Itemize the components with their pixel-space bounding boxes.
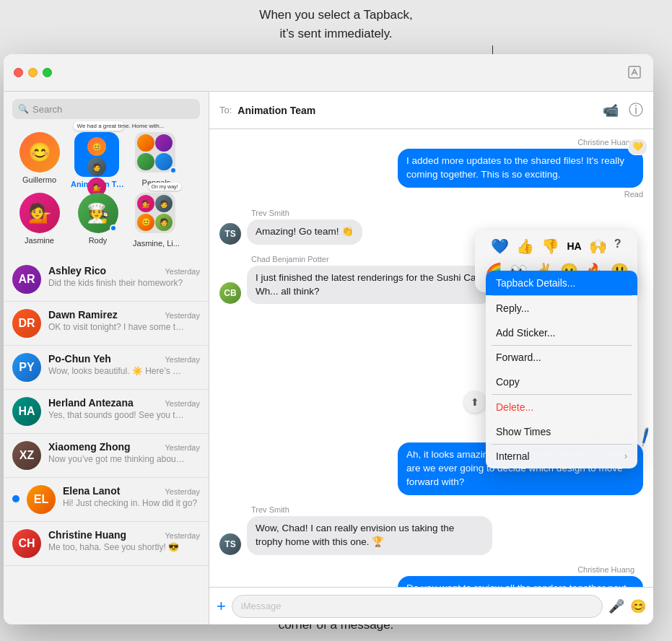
ctx-copy[interactable]: Copy (486, 370, 637, 394)
search-bar[interactable]: 🔍 Search (12, 99, 200, 119)
context-menu: Tapback Details... Reply... Add Sticker.… (486, 271, 637, 468)
add-button[interactable]: + (217, 597, 226, 616)
ctx-add-sticker[interactable]: Add Sticker... (486, 320, 637, 345)
avatar-wrap-jasmine-group: 💁 🧑 😊 🧑 On my way! (135, 193, 178, 236)
avatar-wrap-animation-team: 😊 🧑 💁 🧑 We had a great time. Home with..… (74, 132, 122, 177)
avatar-jasmine: 💁 (19, 193, 60, 233)
conv-header-xiaomeng: Xiaomeng Zhong Yesterday (48, 441, 200, 453)
conv-item-christine[interactable]: CH Christine Huang Yesterday Me too, hah… (4, 522, 209, 566)
avatar-xiaomeng: XZ (12, 441, 41, 470)
conv-time-christine: Yesterday (165, 531, 200, 540)
sender-name-christine-3: Christine Huang (219, 565, 643, 574)
ctx-tapback-details[interactable]: Tapback Details... (486, 271, 637, 295)
ctx-delete-label: Delete... (496, 401, 533, 413)
msg-row-trev-2: TS Wow, Chad! I can really envision us t… (219, 516, 643, 555)
conv-header-dawn: Dawn Ramirez Yesterday (48, 309, 200, 320)
pinned-item-rody[interactable]: 🧑‍🍳 Rody (71, 193, 125, 248)
pinned-row-2: 💁 Jasmine 🧑‍🍳 Rody (12, 193, 200, 248)
conversation-list: AR Ashley Rico Yesterday Did the kids fi… (4, 258, 209, 566)
audio-icon[interactable]: 🎤 (608, 598, 624, 614)
share-button[interactable]: ⬆ (464, 391, 486, 413)
conv-content-xiaomeng: Xiaomeng Zhong Yesterday Now you’ve got … (48, 441, 200, 464)
info-icon[interactable]: ⓘ (629, 100, 643, 120)
conv-item-xiaomeng[interactable]: XZ Xiaomeng Zhong Yesterday Now you’ve g… (4, 434, 209, 478)
conv-item-dawn[interactable]: DR Dawn Ramirez Yesterday OK to visit to… (4, 302, 209, 346)
msg-group-christine-3: Christine Huang Do you want to review al… (219, 565, 643, 587)
unread-dot-penpals (170, 167, 177, 174)
ctx-tapback-details-label: Tapback Details... (496, 277, 576, 289)
ctx-show-times[interactable]: Show Times (486, 419, 637, 444)
avatar-animation-team: 😊 🧑 💁 🧑 We had a great time. Home with..… (74, 132, 119, 177)
conv-name-xiaomeng: Xiaomeng Zhong (48, 441, 131, 453)
msg-bubble-trev-2: Wow, Chad! I can really envision us taki… (247, 516, 492, 555)
close-button[interactable] (14, 68, 23, 77)
ctx-show-times-label: Show Times (496, 426, 551, 437)
on-my-way-bubble: On my way! (149, 183, 181, 191)
conv-header-pochun: Po-Chun Yeh Yesterday (48, 353, 200, 365)
conv-item-herland[interactable]: HA Herland Antezana Yesterday Yes, that … (4, 390, 209, 434)
maximize-button[interactable] (43, 68, 52, 77)
conv-preview-christine: Me too, haha. See you shortly! 😎 (48, 542, 186, 552)
read-label: Read (219, 190, 643, 199)
tapback-emojis-row1: 💙 👍 👎 HA 🙌 ? (482, 236, 630, 256)
msg-bubble-christine-1: I added more updates to the shared files… (398, 149, 643, 188)
conv-name-ashley: Ashley Rico (48, 265, 106, 276)
annotation-top-line2: it’s sent immediately. (279, 27, 392, 40)
conv-time-elena: Yesterday (165, 487, 200, 496)
pinned-item-animation-team[interactable]: 😊 🧑 💁 🧑 We had a great time. Home with..… (71, 132, 125, 188)
conv-time-ashley: Yesterday (165, 267, 200, 276)
conv-content-christine: Christine Huang Yesterday Me too, haha. … (48, 529, 200, 552)
pinned-item-guillermo[interactable]: 😊 Guillermo (12, 132, 66, 188)
annotation-top: When you select a Tapback, it’s sent imm… (0, 0, 672, 43)
tapback-thumbs-up[interactable]: 👍 (515, 236, 536, 256)
minimize-button[interactable] (28, 68, 38, 77)
pinned-item-jasmine-group[interactable]: 💁 🧑 😊 🧑 On my way! Jasmine, Li... (129, 193, 183, 248)
tapback-hands[interactable]: 🙌 (588, 236, 608, 256)
conv-content-ashley: Ashley Rico Yesterday Did the kids finis… (48, 265, 200, 288)
ctx-internal-label: Internal (496, 450, 530, 462)
tapback-question[interactable]: ? (613, 236, 623, 256)
compose-icon[interactable] (627, 65, 643, 81)
sidebar: 🔍 Search 😊 Guillermo (4, 92, 209, 624)
conv-name-pochun: Po-Chun Yeh (48, 353, 111, 365)
tapback-heart[interactable]: 💙 (489, 236, 510, 256)
pinned-contacts: 😊 Guillermo 😊 🧑 💁 🧑 We had a great time. (4, 126, 209, 258)
tapback-haha[interactable]: HA (565, 236, 582, 256)
pinned-item-penpals[interactable]: Penpals (129, 132, 183, 188)
avatar-herland: HA (12, 397, 41, 426)
tapback-thumbs-down[interactable]: 👎 (540, 236, 561, 256)
ctx-reply[interactable]: Reply... (486, 296, 637, 320)
ctx-internal[interactable]: Internal › (486, 444, 637, 468)
conv-item-ashley[interactable]: AR Ashley Rico Yesterday Did the kids fi… (4, 258, 209, 302)
chat-recipient: Animation Team (237, 105, 315, 116)
ctx-forward[interactable]: Forward... (486, 345, 637, 370)
pinned-item-jasmine[interactable]: 💁 Jasmine (12, 193, 66, 248)
avatar-guillermo: 😊 (19, 132, 60, 173)
pinned-name-guillermo: Guillermo (12, 175, 66, 184)
conv-preview-ashley: Did the kids finish their homework? (48, 278, 186, 288)
sender-name-trev-1: Trev Smith (219, 209, 643, 217)
ctx-reply-label: Reply... (496, 302, 529, 314)
conv-preview-dawn: OK to visit tonight? I have some things … (48, 322, 186, 332)
avatar-chad: CB (219, 282, 241, 304)
pinned-name-jasmine: Jasmine (12, 236, 66, 245)
emoji-icon[interactable]: 😊 (630, 598, 646, 614)
ctx-delete[interactable]: Delete... (486, 395, 637, 419)
search-placeholder: Search (32, 104, 62, 115)
unread-dot-rody (110, 224, 117, 232)
pinned-name-jasmine-group: Jasmine, Li... (129, 239, 183, 248)
conv-item-pochun[interactable]: PY Po-Chun Yeh Yesterday Wow, looks beau… (4, 346, 209, 390)
avatar-wrap-penpals (135, 132, 178, 175)
conv-preview-xiaomeng: Now you’ve got me thinking about my next… (48, 454, 186, 464)
avatar-ashley: AR (12, 265, 41, 294)
conv-content-dawn: Dawn Ramirez Yesterday OK to visit tonig… (48, 309, 200, 332)
video-call-icon[interactable]: 📹 (603, 103, 619, 118)
messages-window: 🔍 Search 😊 Guillermo (4, 54, 653, 624)
sender-name-trev-2: Trev Smith (219, 505, 643, 514)
msg-group-christine-1: Christine Huang I added more updates to … (219, 138, 643, 199)
conv-item-elena[interactable]: EL Elena Lanot Yesterday Hi! Just checki… (4, 478, 209, 522)
msg-group-trev-2: Trev Smith TS Wow, Chad! I can really en… (219, 505, 643, 555)
unread-dot-elena (12, 495, 19, 502)
message-input[interactable]: iMessage (232, 595, 603, 618)
conv-name-dawn: Dawn Ramirez (48, 309, 118, 320)
